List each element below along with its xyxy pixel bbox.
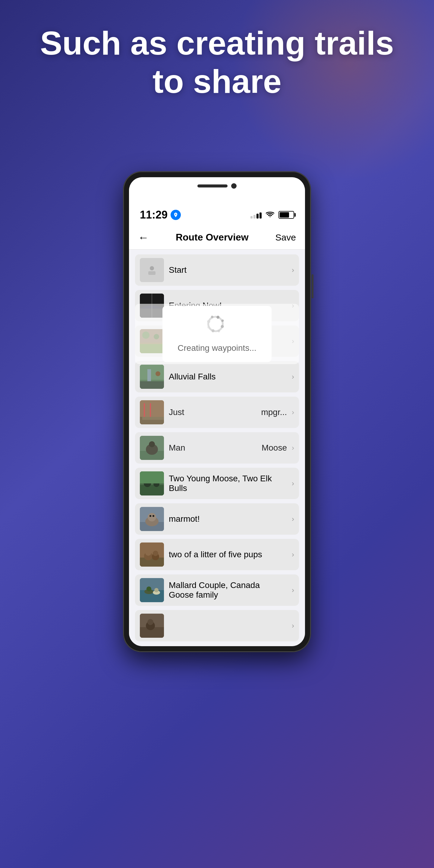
item-thumbnail	[140, 578, 164, 602]
item-label-suffix: mpgr...	[261, 407, 287, 417]
time-area: 11:29	[140, 209, 181, 221]
list-item[interactable]: Entering Now! ›	[135, 290, 299, 321]
item-label: Man	[169, 443, 210, 453]
list-item[interactable]: Start ›	[135, 254, 299, 286]
svg-point-9	[142, 332, 150, 339]
item-label: Entering Now!	[169, 301, 287, 310]
list-item[interactable]: two of a litter of five pups ›	[135, 539, 299, 570]
route-list: Start › Entering Now! ›	[129, 250, 305, 646]
svg-rect-30	[140, 471, 164, 484]
chevron-right-icon: ›	[292, 301, 294, 310]
svg-point-52	[147, 619, 153, 625]
svg-rect-14	[147, 369, 151, 381]
svg-point-48	[154, 588, 158, 592]
item-thumbnail	[140, 258, 164, 282]
item-thumbnail	[140, 400, 164, 424]
svg-rect-15	[140, 381, 164, 389]
phone-frame: 11:29	[124, 172, 310, 652]
list-item[interactable]: Alluvial Falls ›	[135, 361, 299, 393]
camera-area	[197, 183, 237, 189]
chevron-right-icon: ›	[292, 373, 294, 381]
item-thumbnail	[140, 436, 164, 460]
item-label-suffix: Moose	[261, 443, 287, 453]
svg-rect-11	[140, 343, 164, 344]
item-thumbnail	[140, 542, 164, 567]
chevron-right-icon: ›	[292, 337, 294, 345]
chevron-right-icon: ›	[292, 550, 294, 559]
list-item[interactable]: Man Moose ›	[135, 432, 299, 464]
svg-point-35	[150, 515, 151, 517]
item-label: Beaver Meadow Hike	[169, 336, 287, 346]
item-label: two of a litter of five pups	[169, 550, 287, 559]
list-item[interactable]: Two Young Moose, Two Elk Bulls ›	[135, 468, 299, 499]
side-button	[312, 274, 313, 299]
svg-point-36	[153, 515, 154, 517]
svg-rect-13	[140, 365, 164, 380]
save-button[interactable]: Save	[276, 232, 296, 243]
svg-rect-21	[142, 417, 164, 420]
phone-container: 11:29	[124, 172, 310, 652]
chevron-right-icon: ›	[292, 515, 294, 523]
back-button[interactable]: ←	[138, 231, 149, 244]
hero-text: Such as creating trails to share	[0, 24, 434, 100]
list-item[interactable]: Just mpgr... ›	[135, 397, 299, 428]
chevron-right-icon: ›	[292, 586, 294, 594]
svg-rect-8	[140, 344, 164, 353]
chevron-right-icon: ›	[292, 266, 294, 274]
svg-point-34	[148, 513, 156, 521]
item-label: Alluvial Falls	[169, 372, 287, 381]
list-item[interactable]: marmot! ›	[135, 503, 299, 535]
item-thumbnail	[140, 329, 164, 353]
item-thumbnail	[140, 293, 164, 318]
nav-bar: ← Route Overview Save	[129, 225, 305, 250]
item-thumbnail	[140, 365, 164, 389]
chevron-right-icon: ›	[292, 444, 294, 452]
item-thumbnail	[140, 507, 164, 531]
item-label: Mallard Couple, Canada Goose family	[169, 581, 287, 600]
svg-point-10	[154, 334, 159, 339]
item-label: Just	[169, 407, 210, 417]
svg-point-25	[149, 441, 155, 447]
list-item[interactable]: Beaver Meadow Hike ›	[135, 326, 299, 357]
chevron-right-icon: ›	[292, 479, 294, 488]
svg-point-46	[147, 587, 151, 591]
item-label: Two Young Moose, Two Elk Bulls	[169, 474, 287, 493]
svg-point-16	[156, 371, 160, 376]
speaker	[197, 184, 227, 187]
battery-icon	[278, 211, 294, 219]
chevron-right-icon: ›	[292, 408, 294, 416]
svg-rect-3	[148, 271, 156, 275]
item-label: Start	[169, 265, 287, 275]
svg-rect-27	[140, 485, 164, 495]
svg-point-42	[153, 551, 158, 556]
signal-strength	[250, 211, 261, 218]
placeholder-icon	[140, 258, 164, 282]
notch	[129, 177, 305, 204]
phone-screen: 11:29	[129, 177, 305, 646]
location-icon	[170, 210, 181, 220]
nav-title: Route Overview	[176, 232, 249, 243]
wifi-icon	[266, 210, 274, 220]
camera-dot	[231, 183, 237, 189]
status-bar: 11:29	[129, 204, 305, 225]
item-thumbnail	[140, 471, 164, 495]
list-item[interactable]: ›	[135, 610, 299, 641]
item-thumbnail	[140, 614, 164, 638]
svg-point-0	[270, 216, 271, 217]
svg-point-41	[145, 550, 151, 556]
list-item[interactable]: Mallard Couple, Canada Goose family ›	[135, 575, 299, 606]
status-icons	[250, 210, 294, 220]
svg-point-2	[150, 266, 154, 270]
time: 11:29	[140, 209, 167, 221]
item-label: marmot!	[169, 514, 287, 524]
svg-rect-38	[140, 558, 164, 567]
chevron-right-icon: ›	[292, 621, 294, 630]
